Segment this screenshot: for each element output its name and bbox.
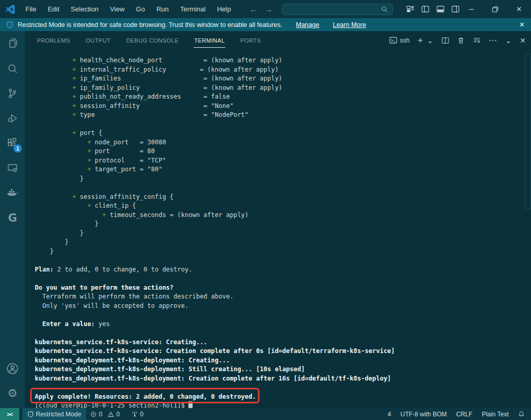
- extensions-badge: 1: [13, 144, 22, 153]
- terminal-line: [35, 183, 531, 193]
- shield-icon: [6, 21, 13, 29]
- menu-view[interactable]: View: [106, 3, 129, 15]
- terminal-line: + ip_family_policy = (known after apply): [35, 84, 531, 93]
- hide-panel-icon[interactable]: ⌄: [506, 36, 512, 45]
- tab-problems[interactable]: PROBLEMS: [36, 33, 71, 48]
- restricted-mode-status[interactable]: Restricted Mode: [22, 408, 86, 420]
- bell-icon: [518, 411, 525, 417]
- close-panel-icon[interactable]: ✕: [520, 36, 526, 45]
- terminal-line: Do you want to perform these actions?: [35, 283, 531, 293]
- tab-terminal[interactable]: TERMINAL: [194, 33, 225, 48]
- manage-link[interactable]: Manage: [296, 21, 319, 29]
- tab-output[interactable]: OUTPUT: [85, 33, 111, 48]
- banner-close-icon[interactable]: ✕: [519, 21, 525, 29]
- restricted-mode-banner: Restricted Mode is intended for safe cod…: [0, 18, 531, 31]
- notifications-bell[interactable]: [513, 408, 531, 420]
- terminal-output: + health_check_node_port = (known after …: [25, 49, 531, 408]
- terminal-dropdown-icon[interactable]: ⌄: [427, 36, 433, 45]
- terminal-line: [cloud_user@ip-10-0-1-25 section2-hol1]$: [35, 401, 531, 408]
- customize-layout-icon[interactable]: [406, 5, 414, 13]
- tab-ports[interactable]: PORTS: [240, 33, 262, 48]
- terminal-line: [35, 256, 531, 265]
- terminal-line: + type = "NodePort": [35, 111, 531, 120]
- new-terminal-button[interactable]: +: [418, 35, 423, 46]
- terminal-line: Plan: 2 to add, 0 to change, 0 to destro…: [35, 265, 531, 275]
- error-count: 0: [99, 411, 102, 418]
- menu-run[interactable]: Run: [152, 3, 173, 15]
- docker-icon[interactable]: [0, 181, 25, 206]
- nav-back-icon[interactable]: ←: [250, 5, 257, 13]
- menu-selection[interactable]: Selection: [66, 3, 102, 15]
- encoding-status[interactable]: UTF-8 with BOM: [396, 408, 452, 420]
- terminal-scrollbar[interactable]: [525, 53, 531, 209]
- indent-status[interactable]: 4: [383, 408, 396, 420]
- terminal-area[interactable]: + health_check_node_port = (known after …: [25, 49, 531, 408]
- terminal-line: Only 'yes' will be accepted to approve.: [35, 302, 531, 311]
- kill-terminal-icon[interactable]: [457, 37, 465, 44]
- menu-help[interactable]: Help: [213, 3, 235, 15]
- toggle-secondary-sidebar-icon[interactable]: [452, 5, 459, 13]
- warning-count: 0: [116, 411, 120, 418]
- menu-terminal[interactable]: Terminal: [176, 3, 210, 15]
- bottom-panel: PROBLEMSOUTPUTDEBUG CONSOLETERMINALPORTS…: [25, 31, 531, 408]
- terminal-line: + ip_families = (known after apply): [35, 74, 531, 84]
- vscode-logo-icon: [5, 4, 16, 15]
- terminal-line: Terraform will perform the actions descr…: [35, 292, 531, 302]
- learn-more-link[interactable]: Learn More: [333, 21, 366, 29]
- more-actions-icon[interactable]: ⋯: [489, 35, 497, 45]
- terminal-line: }: [35, 229, 531, 238]
- run-debug-icon[interactable]: [0, 106, 25, 131]
- remote-explorer-icon[interactable]: [0, 156, 25, 181]
- tab-debug-console[interactable]: DEBUG CONSOLE: [126, 33, 179, 48]
- nav-forward-icon[interactable]: →: [265, 5, 273, 13]
- ports-count: 0: [140, 411, 144, 418]
- problems-status[interactable]: 0 0: [86, 408, 124, 420]
- menu-go[interactable]: Go: [132, 3, 149, 15]
- menu-edit[interactable]: Edit: [44, 3, 63, 15]
- terminal-line: }: [35, 174, 531, 184]
- terminal-line: kubernetes_service.tf-k8s-service: Creat…: [35, 347, 531, 356]
- window-minimize-button[interactable]: ─: [459, 0, 483, 18]
- ports-status[interactable]: 0: [127, 408, 148, 420]
- restricted-mode-label: Restricted Mode: [36, 411, 81, 418]
- terminal-line: + session_affinity_config {: [35, 193, 531, 202]
- terminal-line: [35, 274, 531, 283]
- remote-indicator[interactable]: ><: [0, 408, 19, 420]
- terminal-line: + port = 80: [35, 147, 531, 156]
- title-bar: FileEditSelectionViewGoRunTerminalHelp ←…: [0, 0, 531, 18]
- panel-header: PROBLEMSOUTPUTDEBUG CONSOLETERMINALPORTS…: [25, 31, 531, 49]
- toggle-panel-icon[interactable]: [437, 5, 444, 13]
- language-mode-status[interactable]: Plain Text: [477, 408, 513, 420]
- terminal-line: }: [35, 220, 531, 229]
- error-icon: [90, 411, 97, 417]
- extensions-icon[interactable]: 1: [0, 131, 25, 156]
- split-terminal-icon[interactable]: [442, 37, 449, 44]
- accounts-icon[interactable]: [0, 356, 25, 381]
- g-extension-icon[interactable]: G: [0, 206, 25, 231]
- terminal-line: + publish_not_ready_addresses = false: [35, 92, 531, 102]
- terminal-line: + session_affinity = "None": [35, 102, 531, 111]
- shield-small-icon: [28, 411, 34, 417]
- command-center-search[interactable]: [282, 4, 393, 15]
- terminal-line: [35, 329, 531, 338]
- terminal-line: + target_port = "80": [35, 165, 531, 174]
- window-close-button[interactable]: ✕: [507, 0, 531, 18]
- search-sidebar-icon[interactable]: [0, 56, 25, 81]
- eol-status[interactable]: CRLF: [452, 408, 477, 420]
- explorer-icon[interactable]: [0, 31, 25, 56]
- settings-gear-icon[interactable]: ⚙: [0, 381, 25, 406]
- activity-bar: 1 G ⚙: [0, 31, 25, 408]
- radio-tower-icon: [131, 411, 138, 417]
- terminal-line: + port {: [35, 129, 531, 138]
- terminal-profile-item[interactable]: ssh: [389, 36, 410, 44]
- source-control-icon[interactable]: [0, 81, 25, 106]
- terminal-line: + health_check_node_port = (known after …: [35, 56, 531, 65]
- terminal-line: [35, 383, 531, 392]
- terminal-line: + timeout_seconds = (known after apply): [35, 211, 531, 220]
- clear-terminal-icon[interactable]: [473, 36, 481, 44]
- terminal-line: Enter a value: yes: [35, 320, 531, 329]
- toggle-sidebar-icon[interactable]: [421, 5, 429, 13]
- window-restore-button[interactable]: [483, 0, 507, 18]
- terminal-line: [35, 120, 531, 129]
- menu-file[interactable]: File: [21, 3, 40, 15]
